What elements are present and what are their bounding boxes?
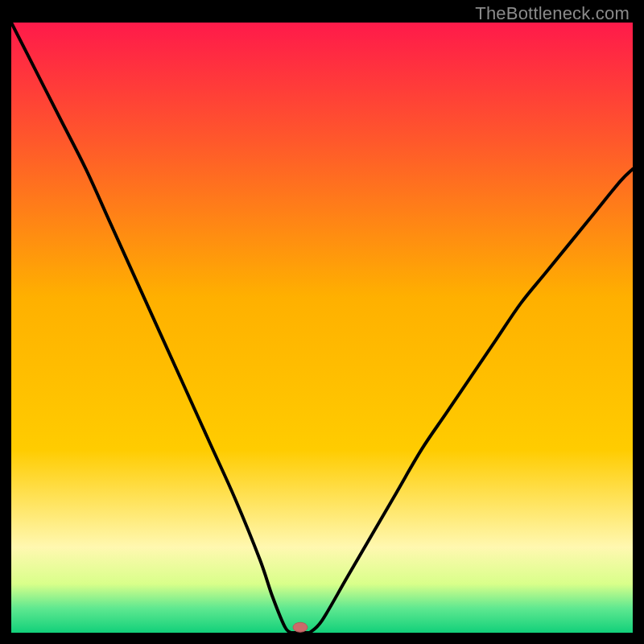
- gradient-background: [11, 23, 633, 633]
- chart-container: TheBottleneck.com: [0, 0, 644, 644]
- chart-svg: [11, 23, 633, 633]
- watermark-text: TheBottleneck.com: [475, 3, 630, 24]
- min-marker: [293, 622, 308, 632]
- plot-frame: [11, 23, 633, 633]
